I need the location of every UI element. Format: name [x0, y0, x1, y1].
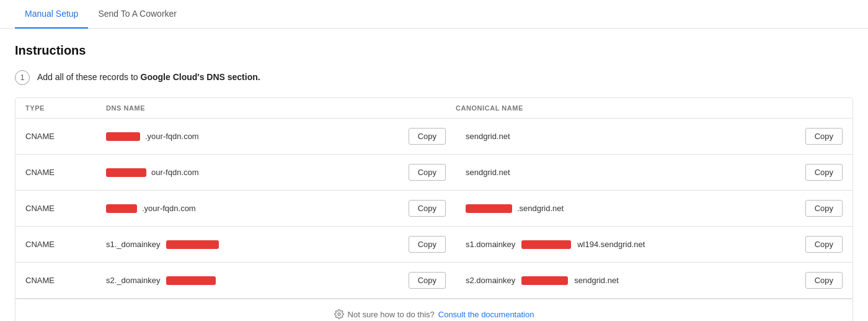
table-row: CNAME s2._domainkey Copy s2.domainkeysen…	[16, 263, 852, 299]
copy-dns-button[interactable]: Copy	[409, 236, 446, 253]
copy-canonical-button[interactable]: Copy	[805, 128, 843, 145]
cell-canonical-name: sendgrid.net	[456, 132, 787, 141]
page-title: Instructions	[15, 43, 853, 58]
table-header-row: TYPE DNS NAME CANONICAL NAME	[16, 98, 852, 119]
cell-canonical-name: .sendgrid.net	[456, 204, 787, 213]
table-row: CNAME our-fqdn.com Copy sendgrid.net Cop…	[16, 155, 852, 191]
copy-canonical-button[interactable]: Copy	[805, 164, 843, 181]
copy-dns-button[interactable]: Copy	[409, 128, 446, 145]
copy-canonical-right: Copy	[787, 128, 843, 145]
redacted-value	[166, 276, 216, 285]
cell-dns-name: s1._domainkey	[106, 240, 437, 249]
redacted-value	[106, 204, 137, 213]
cell-dns-name: our-fqdn.com	[106, 168, 437, 177]
copy-dns-left: Copy	[437, 236, 456, 253]
redacted-value	[521, 276, 568, 285]
cell-canonical-name: sendgrid.net	[456, 168, 787, 177]
gear-icon	[334, 309, 344, 319]
footer-not-sure-text: Not sure how to do this?	[348, 310, 435, 319]
redacted-value	[106, 168, 146, 177]
cell-canonical-name: s1.domainkeywl194.sendgrid.net	[456, 240, 787, 249]
redacted-value	[466, 204, 512, 213]
step-1: 1 Add all of these records to Google Clo…	[15, 70, 853, 85]
copy-dns-button[interactable]: Copy	[409, 272, 446, 289]
copy-dns-left: Copy	[437, 272, 456, 289]
cell-dns-name: .your-fqdn.com	[106, 204, 437, 213]
consult-documentation-link[interactable]: Consult the documentation	[438, 310, 534, 319]
copy-canonical-right: Copy	[787, 164, 843, 181]
tab-bar: Manual Setup Send To A Coworker	[0, 0, 868, 29]
col-type: TYPE	[25, 104, 106, 112]
cell-dns-name: s2._domainkey	[106, 276, 437, 285]
cell-type: CNAME	[25, 132, 106, 141]
main-content: Instructions 1 Add all of these records …	[0, 29, 868, 321]
dns-records-table: TYPE DNS NAME CANONICAL NAME CNAME .your…	[15, 97, 853, 321]
copy-canonical-right: Copy	[787, 200, 843, 217]
col-dns-name: DNS NAME	[106, 104, 437, 112]
copy-dns-left: Copy	[437, 164, 456, 181]
tab-send-to-coworker[interactable]: Send To A Coworker	[88, 0, 187, 29]
copy-canonical-button[interactable]: Copy	[805, 236, 843, 253]
cell-type: CNAME	[25, 204, 106, 213]
copy-canonical-button[interactable]: Copy	[805, 272, 843, 289]
copy-dns-button[interactable]: Copy	[409, 200, 446, 217]
step-description: Add all of these records to Google Cloud…	[37, 70, 260, 82]
tab-manual-setup[interactable]: Manual Setup	[15, 0, 88, 29]
redacted-value	[521, 240, 571, 249]
cell-dns-name: .your-fqdn.com	[106, 132, 437, 141]
svg-point-0	[338, 313, 340, 315]
copy-canonical-button[interactable]: Copy	[805, 200, 843, 217]
redacted-value	[166, 240, 219, 249]
cell-canonical-name: s2.domainkeysendgrid.net	[456, 276, 787, 285]
footer-help: Not sure how to do this? Consult the doc…	[16, 299, 852, 321]
cell-type: CNAME	[25, 168, 106, 177]
step-number: 1	[15, 70, 30, 85]
copy-canonical-right: Copy	[787, 272, 843, 289]
copy-dns-left: Copy	[437, 200, 456, 217]
table-row: CNAME .your-fqdn.com Copy .sendgrid.net …	[16, 191, 852, 227]
cell-type: CNAME	[25, 276, 106, 285]
table-row: CNAME s1._domainkey Copy s1.domainkeywl1…	[16, 227, 852, 263]
col-canonical-name: CANONICAL NAME	[456, 104, 787, 112]
copy-dns-left: Copy	[437, 128, 456, 145]
redacted-value	[106, 132, 140, 141]
copy-dns-button[interactable]: Copy	[409, 164, 446, 181]
table-row: CNAME .your-fqdn.com Copy sendgrid.net C…	[16, 119, 852, 155]
copy-canonical-right: Copy	[787, 236, 843, 253]
cell-type: CNAME	[25, 240, 106, 249]
